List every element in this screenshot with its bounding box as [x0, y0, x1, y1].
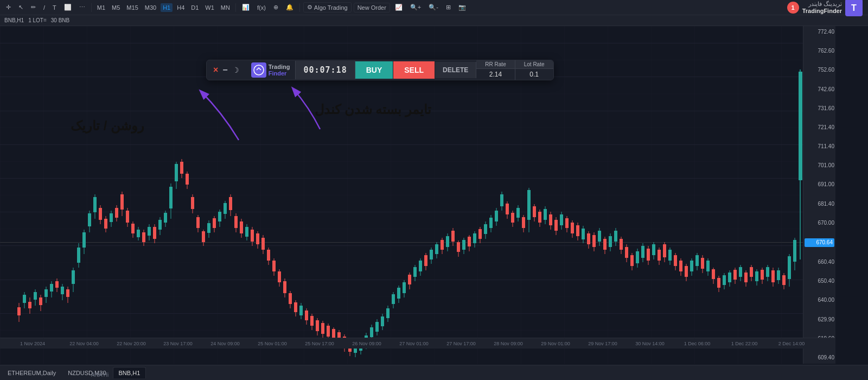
svg-rect-286	[782, 275, 786, 285]
time-label-10: 27 Nov 17:00	[446, 341, 476, 346]
panel-controls: × − ☽	[207, 61, 246, 79]
brand-text: تریدینگ فایندر TradingFinder	[802, 1, 842, 15]
svg-rect-146	[403, 282, 406, 293]
svg-rect-64	[180, 162, 183, 174]
price-742: 742.60	[805, 86, 834, 93]
chart-settings[interactable]: 📈	[392, 3, 405, 12]
svg-rect-80	[224, 203, 227, 214]
chart-area[interactable]: 772.40 762.60 752.60 742.60 731.60 721.4…	[0, 26, 835, 364]
tf-h1[interactable]: H1	[161, 3, 173, 12]
line-tool[interactable]: ↖	[16, 3, 26, 12]
panel-delete-button[interactable]: DELETE	[435, 62, 476, 78]
compare[interactable]: ⊕	[271, 3, 281, 12]
svg-rect-138	[381, 316, 384, 326]
tab-ethereum[interactable]: ETHEREUM,Daily	[2, 368, 61, 378]
panel-theme-button[interactable]: ☽	[232, 66, 239, 74]
chart-wrapper: 772.40 762.60 752.60 742.60 731.60 721.4…	[0, 26, 868, 364]
svg-rect-172	[473, 233, 476, 243]
chart-type[interactable]: 📊	[239, 3, 252, 12]
svg-rect-214	[587, 233, 590, 244]
tf-mn[interactable]: MN	[219, 3, 232, 12]
zoom-out[interactable]: 🔍-	[426, 3, 441, 12]
svg-rect-250	[685, 266, 688, 277]
svg-text:T: T	[851, 3, 857, 12]
pen-tool[interactable]: ✏	[28, 3, 39, 12]
svg-rect-46	[131, 224, 135, 233]
svg-rect-86	[240, 221, 243, 233]
svg-rect-200	[549, 214, 552, 225]
svg-rect-62	[175, 164, 178, 181]
ray-tool[interactable]: /	[41, 3, 48, 12]
price-609: 609.40	[805, 354, 834, 362]
symbol-lot-label: 1 LOT=	[28, 17, 47, 23]
svg-rect-68	[191, 197, 194, 209]
svg-rect-228	[625, 247, 628, 258]
tf-m15[interactable]: M15	[124, 3, 140, 12]
svg-rect-78	[218, 212, 221, 221]
time-label-8: 26 Nov 09:00	[352, 341, 381, 346]
svg-rect-198	[544, 209, 547, 220]
svg-rect-112	[310, 316, 314, 326]
svg-rect-12	[39, 297, 42, 305]
time-label-12: 29 Nov 01:00	[541, 341, 570, 346]
tf-m1[interactable]: M1	[95, 3, 107, 12]
tf-h4[interactable]: H4	[175, 3, 187, 12]
svg-rect-76	[213, 218, 216, 228]
shapes-tool[interactable]: ⬜	[61, 3, 74, 12]
time-label-15: 1 Dec 06:00	[684, 341, 711, 346]
time-label-17: 2 Dec 14:00	[778, 341, 805, 346]
screenshot[interactable]: 📷	[456, 3, 469, 12]
svg-rect-180	[495, 211, 498, 221]
svg-rect-270	[739, 267, 742, 277]
svg-rect-50	[142, 232, 145, 242]
svg-rect-148	[408, 275, 411, 284]
text-tool[interactable]: T	[50, 3, 59, 12]
new-order-button[interactable]: New Order	[354, 3, 390, 12]
svg-rect-44	[126, 211, 129, 223]
time-label-11: 28 Nov 09:00	[494, 341, 523, 346]
panel-lot-section: Lot Rate 0.1	[515, 60, 553, 80]
tf-m30[interactable]: M30	[143, 3, 158, 12]
time-label-9: 27 Nov 01:00	[399, 341, 429, 346]
algo-trading-button[interactable]: ⚙ Algo Trading	[303, 2, 352, 12]
brand-logo-icon: T	[845, 0, 863, 16]
svg-rect-222	[609, 236, 612, 247]
panel-logo-text: Trading Finder	[269, 64, 290, 77]
zoom-in[interactable]: 🔍+	[407, 3, 424, 12]
svg-rect-40	[115, 208, 118, 218]
tab-bnb[interactable]: BNB,H1	[113, 367, 146, 378]
panel-minimize-button[interactable]: −	[222, 65, 227, 75]
svg-rect-284	[777, 270, 780, 280]
svg-rect-60	[169, 187, 173, 208]
time-label-6: 25 Nov 01:00	[258, 341, 287, 346]
price-640: 640.00	[805, 296, 834, 304]
panel-sell-button[interactable]: SELL	[393, 61, 435, 79]
tf-w1[interactable]: W1	[203, 3, 216, 12]
svg-rect-14	[44, 289, 48, 297]
alerts[interactable]: 🔔	[283, 3, 296, 12]
panel-rr-value: 2.14	[476, 69, 514, 80]
svg-rect-288	[788, 256, 791, 279]
indicators[interactable]: f(x)	[254, 3, 269, 12]
svg-rect-204	[560, 214, 563, 225]
svg-rect-104	[289, 293, 292, 304]
tf-m5[interactable]: M5	[110, 3, 122, 12]
cursor-tool[interactable]: ✛	[3, 3, 14, 12]
svg-rect-234	[641, 246, 644, 258]
price-731: 731.60	[805, 105, 834, 112]
grid-toggle[interactable]: ⊞	[443, 3, 454, 12]
panel-buy-button[interactable]: BUY	[355, 61, 394, 79]
time-label-3: 22 Nov 20:00	[117, 341, 146, 346]
panel-logo: Trading Finder	[246, 60, 296, 80]
floating-panel: × − ☽ Trading Finder 00:07:18 BUY SELL	[206, 60, 554, 80]
svg-rect-166	[457, 242, 460, 252]
svg-rect-248	[679, 261, 682, 271]
tf-d1[interactable]: D1	[189, 3, 201, 12]
more-tools[interactable]: ⋯	[76, 3, 88, 12]
current-price: 670.64	[805, 238, 834, 247]
svg-rect-142	[392, 294, 395, 304]
notification-area[interactable]: 1	[787, 2, 799, 14]
price-752: 752.60	[805, 66, 834, 74]
svg-rect-236	[647, 249, 650, 261]
panel-close-button[interactable]: ×	[213, 66, 218, 74]
